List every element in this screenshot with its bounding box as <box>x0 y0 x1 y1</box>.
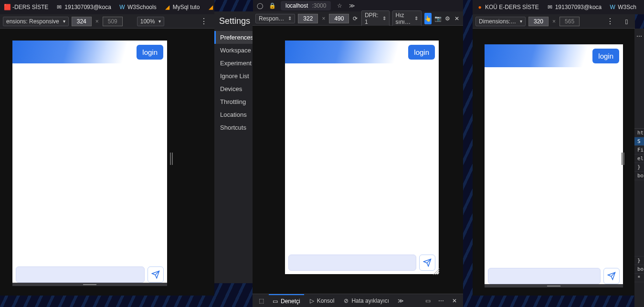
message-input[interactable] <box>488 268 601 284</box>
tab-debugger[interactable]: ⊘Hata ayıklayıcı <box>340 294 393 307</box>
bug-icon: ⊘ <box>344 297 348 304</box>
tab-icon: 🟥 <box>4 4 11 10</box>
code-row[interactable]: bo <box>634 265 644 274</box>
app-footer <box>285 251 439 274</box>
tab-mail[interactable]: ✉191307093@koca <box>52 0 115 14</box>
console-icon: ▷ <box>310 297 314 304</box>
responsive-select[interactable]: Respon… <box>255 14 295 23</box>
screenshot-icon[interactable]: 📷 <box>434 13 442 24</box>
message-input[interactable] <box>16 266 145 283</box>
overflow-icon[interactable]: ≫ <box>395 295 406 307</box>
device-icon: ▭ <box>273 298 278 305</box>
settings-item-experiments[interactable]: Experiment <box>214 57 253 70</box>
code-row[interactable]: * <box>634 274 644 282</box>
app-body <box>12 63 167 263</box>
code-row[interactable]: Fi <box>634 146 644 154</box>
app-body <box>485 67 623 265</box>
code-row[interactable]: el <box>634 154 644 163</box>
tab-eders[interactable]: ●KOÜ E-DERS SİSTE <box>473 0 543 14</box>
login-button[interactable]: login <box>592 49 619 63</box>
secure-icon[interactable]: 🔒 <box>268 2 276 10</box>
kebab-icon[interactable]: ⋯ <box>435 295 447 307</box>
browser-tabs-left: 🟥-DERS SİSTE ✉191307093@koca WW3Schools … <box>0 0 214 14</box>
code-row[interactable]: } <box>634 256 644 265</box>
close-icon[interactable]: ✕ <box>454 13 460 24</box>
tab-icon: ◢ <box>164 4 171 10</box>
times-icon: × <box>321 15 326 22</box>
resize-handle[interactable] <box>621 153 625 165</box>
settings-item-devices[interactable]: Devices <box>214 82 253 95</box>
settings-item-locations[interactable]: Locations <box>214 108 253 121</box>
app-viewport-right: login <box>485 44 623 287</box>
responsive-mode-icon[interactable]: ▭ <box>422 295 433 307</box>
gear-icon[interactable]: ⚙ <box>444 13 451 24</box>
devtools-bottom-tabs: ⬚ ▭Denetçi ▷Konsol ⊘Hata ayıklayıcı ≫ ▭ … <box>253 294 463 307</box>
login-button[interactable]: login <box>408 45 435 60</box>
extension-icon[interactable]: ≫ <box>348 2 356 10</box>
app-viewport-mid: login <box>285 41 439 274</box>
width-input[interactable] <box>528 17 549 26</box>
login-button[interactable]: login <box>137 45 163 60</box>
browser-tabs-right: ●KOÜ E-DERS SİSTE ✉191307093@koca WW3Sch <box>473 0 644 14</box>
code-row[interactable]: S <box>634 137 644 146</box>
devtools-device-toolbar-right: Dimensions:… × ⋮ ▯ <box>473 14 635 29</box>
tab-icon: W <box>609 4 616 10</box>
height-input[interactable] <box>103 17 123 26</box>
resize-handle[interactable] <box>169 153 173 165</box>
dimensions-select[interactable]: ensions: Responsive <box>3 17 69 26</box>
url-field[interactable]: localhost:3000 <box>281 1 331 10</box>
width-input[interactable] <box>72 17 92 26</box>
tab-console[interactable]: ▷Konsol <box>306 294 338 307</box>
height-input[interactable] <box>560 17 580 26</box>
star-icon[interactable]: ☆ <box>336 2 343 10</box>
settings-item-workspace[interactable]: Workspace <box>214 44 253 57</box>
times-icon: × <box>95 18 100 25</box>
tab-icon: ● <box>476 4 483 10</box>
rotate-icon[interactable]: ⟳ <box>352 13 359 24</box>
dimensions-select[interactable]: Dimensions:… <box>475 17 526 26</box>
tab-icon: ◢ <box>207 4 214 10</box>
app-header: login <box>12 41 167 63</box>
resize-grip-icon[interactable] <box>433 268 440 275</box>
touch-icon[interactable]: 👆 <box>424 13 432 24</box>
device-stage-left: login <box>0 29 214 296</box>
kebab-icon[interactable]: ⋮ <box>196 17 211 26</box>
tab-w3schools[interactable]: WW3Sch <box>605 0 640 14</box>
throttle-select[interactable]: Hız sını… <box>392 10 422 27</box>
tab-mail[interactable]: ✉191307093@koca <box>543 0 606 14</box>
more-icon[interactable]: ⋯ <box>633 31 644 42</box>
inspect-icon[interactable]: ⬚ <box>255 295 267 307</box>
tab-icon: W <box>119 4 126 10</box>
styles-panel: ht S Fi el } bo } bo * <box>634 129 644 307</box>
send-button[interactable] <box>603 268 620 284</box>
width-input[interactable] <box>298 14 318 23</box>
times-icon: × <box>551 18 557 25</box>
app-body <box>285 63 439 251</box>
tab-eders[interactable]: 🟥-DERS SİSTE <box>0 0 52 14</box>
dpr-select[interactable]: DPR: 1 <box>361 10 390 27</box>
tab-mysql-node[interactable]: ◢MySQL + Node. <box>203 0 214 14</box>
panel-icon[interactable]: ▯ <box>621 16 632 27</box>
zoom-select[interactable]: 100% <box>137 17 165 26</box>
settings-item-preferences[interactable]: Preferences <box>214 31 253 44</box>
device-stage-right: login <box>473 29 634 296</box>
code-row[interactable]: bo <box>634 172 644 180</box>
settings-item-ignorelist[interactable]: Ignore List <box>214 70 253 82</box>
code-row[interactable]: ht <box>634 129 644 137</box>
message-input[interactable] <box>288 255 416 271</box>
tab-mysql-tuto[interactable]: ◢MySql tuto <box>160 0 204 14</box>
tab-inspector[interactable]: ▭Denetçi <box>269 294 304 307</box>
close-icon[interactable]: ✕ <box>449 295 460 307</box>
send-button[interactable] <box>148 266 164 283</box>
code-row[interactable]: } <box>634 163 644 172</box>
app-header: login <box>485 44 623 67</box>
settings-item-throttling[interactable]: Throttling <box>214 95 253 108</box>
device-stage-mid: login <box>253 26 463 294</box>
kebab-icon[interactable]: ⋮ <box>602 17 618 26</box>
settings-item-shortcuts[interactable]: Shortcuts <box>214 121 253 134</box>
address-bar: ◯ 🔒 localhost:3000 ☆ ≫ <box>253 0 463 11</box>
devtools-settings-sidebar: Settings Preferences Workspace Experimen… <box>214 11 253 283</box>
height-input[interactable] <box>329 14 349 23</box>
tab-w3schools[interactable]: WW3Schools <box>115 0 160 14</box>
back-icon[interactable]: ◯ <box>256 2 264 10</box>
